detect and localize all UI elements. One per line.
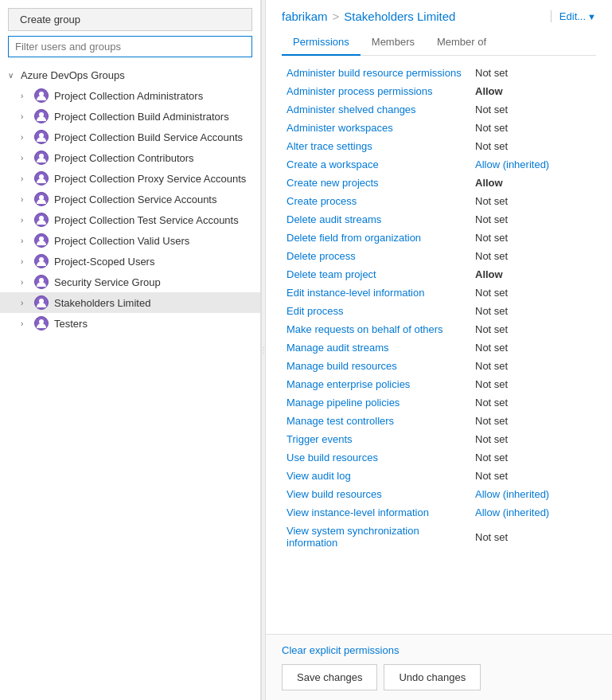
- clear-permissions-button[interactable]: Clear explicit permissions: [282, 644, 596, 656]
- tree-item[interactable]: › Testers: [0, 313, 260, 334]
- group-name: Project Collection Build Administrators: [54, 111, 229, 123]
- permission-name[interactable]: Administer shelved changes: [282, 100, 470, 119]
- edit-dropdown: Edit... ▼: [551, 10, 596, 22]
- create-group-button[interactable]: Create group: [8, 8, 252, 31]
- permission-row: View instance-level informationAllow (in…: [282, 503, 596, 522]
- permission-name[interactable]: Create a workspace: [282, 155, 470, 174]
- permission-name[interactable]: View build resources: [282, 485, 470, 503]
- item-chevron-icon: ›: [21, 278, 29, 287]
- permission-name[interactable]: Trigger events: [282, 430, 470, 448]
- group-icon: [33, 233, 49, 248]
- item-chevron-icon: ›: [21, 174, 29, 183]
- permission-value[interactable]: Not set: [470, 320, 596, 338]
- group-name: Project Collection Test Service Accounts: [54, 214, 239, 226]
- tree-item[interactable]: › Stakeholders Limited: [0, 292, 260, 313]
- tree-item[interactable]: › Project Collection Valid Users: [0, 230, 260, 251]
- tree-item[interactable]: › Project Collection Service Accounts: [0, 189, 260, 209]
- permissions-table: Administer build resource permissionsNot…: [282, 64, 596, 552]
- permission-row: Manage audit streamsNot set: [282, 338, 596, 357]
- permission-value[interactable]: Not set: [470, 467, 596, 485]
- permission-name[interactable]: Manage enterprise policies: [282, 375, 470, 393]
- permission-name[interactable]: Alter trace settings: [282, 137, 470, 155]
- permission-value[interactable]: Allow: [470, 265, 596, 284]
- permission-value[interactable]: Not set: [470, 357, 596, 375]
- permission-name[interactable]: Manage test controllers: [282, 412, 470, 430]
- permission-value[interactable]: Not set: [470, 247, 596, 265]
- tab-members[interactable]: Members: [361, 31, 426, 56]
- group-name: Stakeholders Limited: [54, 297, 150, 309]
- item-chevron-icon: ›: [21, 112, 29, 121]
- permission-value[interactable]: Not set: [470, 100, 596, 119]
- tree-items-container: › Project Collection Administrators › Pr…: [0, 85, 260, 334]
- permission-row: Edit instance-level informationNot set: [282, 284, 596, 302]
- tree-container: ∨ Azure DevOps Groups › Project Collecti…: [0, 64, 260, 700]
- permission-value[interactable]: Not set: [470, 137, 596, 155]
- undo-changes-button[interactable]: Undo changes: [384, 664, 481, 690]
- permission-name[interactable]: Edit process: [282, 302, 470, 320]
- permission-name[interactable]: Edit instance-level information: [282, 284, 470, 302]
- breadcrumb: fabrikam > Stakeholders Limited Edit... …: [282, 10, 596, 23]
- tree-item[interactable]: › Project Collection Test Service Accoun…: [0, 209, 260, 230]
- tree-item[interactable]: › Project Collection Build Service Accou…: [0, 127, 260, 147]
- tree-item[interactable]: › Project Collection Contributors: [0, 147, 260, 168]
- permission-name[interactable]: Create process: [282, 192, 470, 210]
- group-icon: [33, 88, 49, 104]
- group-icon: [33, 108, 49, 124]
- tab-permissions[interactable]: Permissions: [282, 31, 361, 56]
- permission-row: Administer process permissionsAllow: [282, 82, 596, 100]
- breadcrumb-separator: >: [333, 10, 340, 23]
- permission-value[interactable]: Not set: [470, 338, 596, 357]
- permission-name[interactable]: View audit log: [282, 467, 470, 485]
- permission-value[interactable]: Not set: [470, 448, 596, 467]
- permission-name[interactable]: Manage build resources: [282, 357, 470, 375]
- edit-button[interactable]: Edit...: [559, 10, 586, 22]
- permission-value[interactable]: Not set: [470, 119, 596, 137]
- permission-value[interactable]: Allow: [470, 82, 596, 100]
- permission-value[interactable]: Allow (inherited): [470, 485, 596, 503]
- tree-item[interactable]: › Project Collection Administrators: [0, 85, 260, 106]
- permission-name[interactable]: Administer process permissions: [282, 82, 470, 100]
- permission-value[interactable]: Allow: [470, 174, 596, 192]
- permission-name[interactable]: Delete audit streams: [282, 210, 470, 229]
- permission-name[interactable]: Manage audit streams: [282, 338, 470, 357]
- permission-value[interactable]: Not set: [470, 284, 596, 302]
- content-area: Administer build resource permissionsNot…: [266, 56, 612, 634]
- permission-name[interactable]: Delete team project: [282, 265, 470, 284]
- permission-value[interactable]: Not set: [470, 430, 596, 448]
- filter-input[interactable]: [8, 36, 252, 57]
- permission-name[interactable]: Administer workspaces: [282, 119, 470, 137]
- tab-member-of[interactable]: Member of: [426, 31, 497, 56]
- tree-item[interactable]: › Security Service Group: [0, 272, 260, 292]
- dropdown-arrow-icon[interactable]: ▼: [587, 12, 596, 22]
- permission-name[interactable]: Delete field from organization: [282, 229, 470, 247]
- permission-name[interactable]: Delete process: [282, 247, 470, 265]
- permission-value[interactable]: Not set: [470, 375, 596, 393]
- tree-item[interactable]: › Project Collection Proxy Service Accou…: [0, 168, 260, 189]
- permission-name[interactable]: Use build resources: [282, 448, 470, 467]
- permission-value[interactable]: Not set: [470, 302, 596, 320]
- tree-item[interactable]: › Project Collection Build Administrator…: [0, 106, 260, 127]
- group-icon: [33, 253, 49, 269]
- permission-name[interactable]: Make requests on behalf of others: [282, 320, 470, 338]
- permission-name[interactable]: View system synchronization information: [282, 522, 470, 552]
- category-label: Azure DevOps Groups: [21, 69, 125, 81]
- permission-name[interactable]: Create new projects: [282, 174, 470, 192]
- permission-value[interactable]: Not set: [470, 64, 596, 82]
- permission-value[interactable]: Not set: [470, 412, 596, 430]
- permission-row: Create processNot set: [282, 192, 596, 210]
- permission-value[interactable]: Not set: [470, 210, 596, 229]
- permission-value[interactable]: Allow (inherited): [470, 503, 596, 522]
- permission-value[interactable]: Not set: [470, 229, 596, 247]
- permission-value[interactable]: Allow (inherited): [470, 155, 596, 174]
- permission-name[interactable]: Manage pipeline policies: [282, 393, 470, 412]
- permission-value[interactable]: Not set: [470, 393, 596, 412]
- save-changes-button[interactable]: Save changes: [282, 664, 377, 690]
- tree-item[interactable]: › Project-Scoped Users: [0, 251, 260, 272]
- tree-category-header[interactable]: ∨ Azure DevOps Groups: [8, 68, 252, 83]
- permission-name[interactable]: View instance-level information: [282, 503, 470, 522]
- permission-value[interactable]: Not set: [470, 522, 596, 552]
- permission-name[interactable]: Administer build resource permissions: [282, 64, 470, 82]
- group-name: Project Collection Build Service Account…: [54, 131, 243, 143]
- permission-value[interactable]: Not set: [470, 192, 596, 210]
- group-icon: [33, 150, 49, 166]
